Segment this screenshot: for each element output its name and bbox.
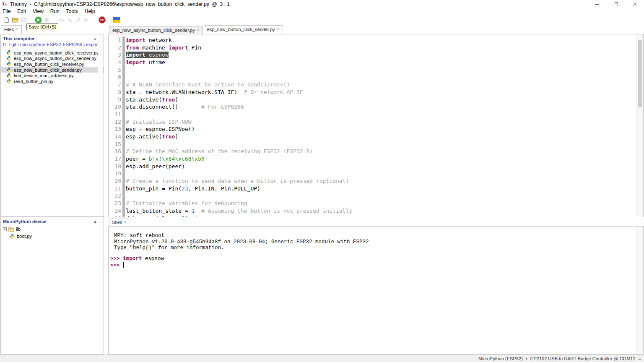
line-number: 7 <box>109 81 121 89</box>
shell-tabstrip: Shell × <box>109 219 130 226</box>
minimize-button[interactable] <box>587 0 606 8</box>
menu-run[interactable]: Run <box>47 8 63 14</box>
device-item-name: boot.py <box>17 234 32 239</box>
code-line: 25debounce_delay = 50 # ... <box>109 215 643 217</box>
port-status[interactable]: CP2102 USB to UART Bridge Controller @ C… <box>530 356 636 361</box>
file-name: esp_now_async_button_click_sender.py <box>14 56 96 61</box>
step-over-icon <box>58 17 65 23</box>
close-icon[interactable]: × <box>197 29 200 32</box>
chevron-up-icon[interactable] <box>637 227 643 232</box>
tab-shell[interactable]: Shell × <box>109 219 129 226</box>
interpreter-status[interactable]: MicroPython (ESP32) <box>478 356 523 361</box>
device-item[interactable]: boot.py <box>1 233 104 239</box>
chevron-down-icon[interactable] <box>637 348 643 353</box>
stop-button[interactable]: STOP <box>98 16 106 23</box>
panel-menu-icon[interactable]: ≡ <box>94 220 96 223</box>
editor-scrollbar[interactable] <box>636 35 643 216</box>
close-x-icon <box>633 2 637 6</box>
device-item[interactable]: lib <box>1 226 104 232</box>
new-file-button[interactable] <box>3 16 11 23</box>
restore-button[interactable] <box>606 0 625 8</box>
editor-tab[interactable]: esp_now_async_button_click_sender.py× <box>109 26 203 34</box>
python-file-icon <box>6 78 12 84</box>
close-icon[interactable]: × <box>277 28 280 31</box>
chevron-up-icon[interactable] <box>98 218 103 223</box>
files-scrollbar[interactable] <box>98 35 103 216</box>
menu-bar: FileEditViewRunToolsHelp <box>0 8 644 15</box>
folder-icon <box>8 227 14 232</box>
line-number: 14 <box>109 133 121 141</box>
python-file-icon <box>6 61 12 67</box>
line-number: 2 <box>109 44 121 52</box>
file-item[interactable]: esp_now_async_button_click_receiver.py <box>1 50 104 56</box>
device-panel-header: MicroPython device <box>3 219 47 224</box>
python-file-icon <box>6 73 12 78</box>
shell-input-line[interactable]: >>> <box>109 262 643 269</box>
panel-menu-icon[interactable]: ≡ <box>94 37 96 40</box>
chevron-down-icon[interactable] <box>637 211 643 216</box>
open-file-button[interactable] <box>11 16 19 23</box>
code-line: 20# Create a function to send data when … <box>109 177 643 185</box>
chevron-down-icon[interactable] <box>98 211 103 216</box>
menu-view[interactable]: View <box>29 8 47 14</box>
code-line: 15 <box>109 141 643 148</box>
file-item[interactable]: esp_now_async_button_click_sender.py <box>1 56 104 62</box>
debug-icon <box>44 17 50 23</box>
line-number: 11 <box>109 111 121 118</box>
line-number: 20 <box>109 177 121 185</box>
tab-files[interactable]: Files × <box>1 25 22 34</box>
shell-scrollbar[interactable] <box>636 227 643 354</box>
expander-plus-icon[interactable] <box>3 227 7 231</box>
file-item[interactable]: find_device_mac_address.py <box>1 73 104 78</box>
ukraine-flag-button[interactable] <box>112 16 121 23</box>
file-item[interactable]: esp_now_button_click_sender.py <box>1 67 104 73</box>
close-icon[interactable]: × <box>124 221 126 224</box>
window-title: Thonny - C:\git\micropython-ESP32-ESP826… <box>10 1 230 7</box>
code-line: 19 <box>109 170 643 177</box>
menu-tools[interactable]: Tools <box>63 8 81 14</box>
menu-edit[interactable]: Edit <box>14 8 29 14</box>
save-file-button <box>19 16 28 23</box>
file-name: esp_now_async_button_click_receiver.py <box>14 50 99 55</box>
breadcrumb[interactable]: C: \ git \ micropython-ESP32-ESP8266 \ e… <box>1 41 104 47</box>
file-item[interactable]: read_button_pin.py <box>1 78 104 84</box>
scrollbar-thumb[interactable] <box>638 40 642 107</box>
line-number: 22 <box>109 192 121 200</box>
close-button[interactable] <box>625 0 644 8</box>
new-file-icon <box>4 17 10 23</box>
chevron-down-icon[interactable] <box>98 348 103 353</box>
shell-prompt: >>> <box>110 262 123 268</box>
menu-help[interactable]: Help <box>81 8 99 14</box>
shell[interactable]: MPY: soft rebootMicroPython v1.20.0-439-… <box>108 226 644 354</box>
code-line: 18esp.add_peer(peer) <box>109 163 643 170</box>
code-line: 11 <box>109 111 643 118</box>
device-scrollbar[interactable] <box>98 218 103 354</box>
line-number: 13 <box>109 125 121 133</box>
line-number: 15 <box>109 141 121 148</box>
chevron-up-icon[interactable] <box>98 35 103 40</box>
step-out-icon <box>75 17 81 23</box>
files-panel-header: This computer <box>3 36 35 41</box>
line-number: 24 <box>109 207 121 215</box>
tab-files-label: Files <box>4 27 14 32</box>
status-menu-icon[interactable]: ≡ <box>639 357 641 360</box>
menu-file[interactable]: File <box>0 8 14 14</box>
run-button[interactable] <box>34 16 42 23</box>
code-editor[interactable]: 1import network2from machine import Pin3… <box>108 34 644 217</box>
save-file-icon <box>21 17 26 23</box>
python-file-icon <box>6 67 12 73</box>
minimize-icon <box>595 2 599 6</box>
code-line: 1import network <box>109 36 643 44</box>
text-cursor <box>123 262 124 268</box>
shell-output-line: MPY: soft reboot <box>109 233 643 239</box>
code-line: 21button_pin = Pin(23, Pin.IN, Pin.PULL_… <box>109 185 643 193</box>
chevron-up-icon[interactable] <box>637 35 643 40</box>
resume-icon <box>84 17 89 23</box>
close-icon[interactable]: × <box>16 28 18 31</box>
editor-tab[interactable]: esp_now_button_click_sender.py× <box>204 25 283 34</box>
code-line: 23# Initialize variables for debouncing <box>109 200 643 207</box>
file-item[interactable]: esp_now_button_click_receiver.py <box>1 61 104 67</box>
step-over-button <box>57 16 65 23</box>
stop-icon: STOP <box>99 16 106 23</box>
restore-icon <box>614 2 618 6</box>
